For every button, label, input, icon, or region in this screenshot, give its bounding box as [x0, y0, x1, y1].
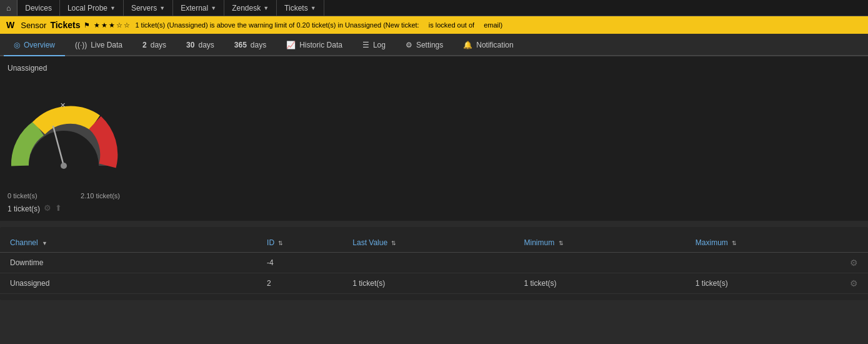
col-header-lastvalue[interactable]: Last Value ⇅ — [342, 233, 514, 253]
data-table: Channel ▼ ID ⇅ Last Value ⇅ Minimum ⇅ Ma… — [0, 233, 868, 294]
col-header-channel[interactable]: Channel ▼ — [0, 233, 257, 253]
nav-label-zendesk: Zendesk — [232, 4, 261, 13]
gauge-svg: ✕ — [7, 75, 120, 191]
table-header-row: Channel ▼ ID ⇅ Last Value ⇅ Minimum ⇅ Ma… — [0, 233, 868, 253]
chevron-down-icon: ▼ — [311, 5, 316, 11]
sort-icon-channel: ▼ — [42, 240, 47, 246]
flag-icon: ⚑ — [84, 21, 90, 29]
col-label-minimum: Minimum — [524, 238, 555, 247]
tab-label-notification: Notification — [476, 41, 513, 49]
gauge-bottom-info: 0 ticket(s) 2.10 ticket(s) — [7, 192, 120, 200]
notification-icon: 🔔 — [463, 41, 472, 49]
cell-lastvalue-1: 1 ticket(s) — [342, 273, 514, 294]
home-icon: ⌂ — [6, 4, 11, 13]
cell-minimum-0 — [514, 253, 686, 273]
nav-label-external: External — [181, 4, 208, 13]
overview-icon: ◎ — [14, 41, 20, 49]
tab-label-historicdata: Historic Data — [299, 41, 342, 49]
gauge-top-label: ✕ — [60, 101, 66, 109]
col-header-maximum[interactable]: Maximum ⇅ — [686, 233, 840, 253]
w-logo: W — [6, 20, 14, 30]
warning-bar: W Sensor Tickets ⚑ ★★★☆☆ 1 ticket(s) (Un… — [0, 16, 868, 34]
tab-365days[interactable]: 365 days — [224, 35, 276, 56]
tab-label-30days: 30 — [186, 41, 194, 49]
sensor-label: Sensor — [21, 21, 46, 30]
gauge-max-label: 2.10 ticket(s) — [81, 192, 120, 200]
gauge-label: Unassigned — [7, 64, 47, 73]
table-section: Channel ▼ ID ⇅ Last Value ⇅ Minimum ⇅ Ma… — [0, 227, 868, 300]
gauge-wrapper: ✕ — [7, 75, 120, 191]
col-header-minimum[interactable]: Minimum ⇅ — [514, 233, 686, 253]
tab-historicdata[interactable]: 📈 Historic Data — [276, 35, 352, 56]
tab-label-overview: Overview — [24, 41, 55, 49]
tab-label-2days: 2 — [142, 41, 147, 49]
gauge-center-dot — [61, 163, 67, 169]
chevron-down-icon: ▼ — [110, 5, 116, 11]
cell-id-1: 2 — [257, 273, 342, 294]
sort-icon-maximum: ⇅ — [732, 240, 737, 246]
nav-label-devices: Devices — [25, 4, 52, 13]
warning-message-2: is locked out of — [429, 21, 474, 29]
cell-id-0: -4 — [257, 253, 342, 273]
nav-item-localprobe[interactable]: Local Probe ▼ — [60, 0, 124, 16]
nav-item-zendesk[interactable]: Zendesk ▼ — [224, 0, 277, 16]
nav-label-localprobe: Local Probe — [67, 4, 107, 13]
warning-message: 1 ticket(s) (Unassigned) is above the wa… — [135, 21, 419, 29]
tab-notification[interactable]: 🔔 Notification — [453, 35, 523, 56]
tab-days-30: days — [198, 41, 214, 49]
historicdata-icon: 📈 — [286, 41, 296, 49]
home-button[interactable]: ⌂ — [0, 0, 17, 16]
sort-icon-minimum: ⇅ — [559, 240, 564, 246]
chevron-down-icon: ▼ — [211, 5, 216, 11]
col-label-lastvalue: Last Value — [352, 238, 387, 247]
gauge-min-label: 0 ticket(s) — [7, 192, 37, 200]
nav-item-servers[interactable]: Servers ▼ — [124, 0, 173, 16]
col-label-maximum: Maximum — [696, 238, 728, 247]
sort-icon-lastvalue: ⇅ — [391, 240, 396, 246]
tab-overview[interactable]: ◎ Overview — [4, 35, 65, 56]
row-gear-icon-0[interactable]: ⚙ — [850, 258, 858, 268]
row-gear-icon-1[interactable]: ⚙ — [850, 278, 858, 288]
cell-channel-1: Unassigned — [0, 273, 257, 294]
nav-item-devices[interactable]: Devices — [17, 0, 60, 16]
sort-icon-id: ⇅ — [278, 240, 283, 246]
tab-30days[interactable]: 30 days — [176, 35, 224, 56]
tab-log[interactable]: ☰ Log — [352, 35, 396, 56]
cell-channel-0: Downtime — [0, 253, 257, 273]
chevron-down-icon: ▼ — [159, 5, 165, 11]
cell-actions-1: ⚙ — [840, 273, 868, 294]
gauge-needle — [53, 126, 64, 166]
chevron-down-icon: ▼ — [263, 5, 269, 11]
table-row: Unassigned 2 1 ticket(s) 1 ticket(s) 1 t… — [0, 273, 868, 294]
cell-maximum-1: 1 ticket(s) — [686, 273, 840, 294]
cell-minimum-1: 1 ticket(s) — [514, 273, 686, 294]
tab-label-365days: 365 — [234, 41, 247, 49]
tab-label-settings: Settings — [416, 41, 443, 49]
nav-label-servers: Servers — [131, 4, 157, 13]
gauge-expand-icon[interactable]: ⬆ — [55, 203, 62, 213]
gauge-section: Unassigned ✕ 0 ticket(s) 2.10 tick — [7, 64, 861, 213]
cell-actions-0: ⚙ — [840, 253, 868, 273]
gauge-current-value: 1 ticket(s) — [7, 205, 40, 213]
tab-settings[interactable]: ⚙ Settings — [396, 35, 453, 56]
gauge-settings-icon[interactable]: ⚙ — [44, 203, 51, 213]
tab-label-log: Log — [373, 41, 386, 49]
tab-days-2: days — [151, 41, 166, 49]
sensor-title: Tickets — [50, 20, 80, 30]
cell-maximum-0 — [686, 253, 840, 273]
settings-icon: ⚙ — [406, 41, 412, 49]
tab-livedata[interactable]: ((·)) Live Data — [65, 35, 132, 56]
nav-label-tickets: Tickets — [284, 4, 308, 13]
col-header-id[interactable]: ID ⇅ — [257, 233, 342, 253]
tab-days-365: days — [251, 41, 266, 49]
warning-message-3: email) — [484, 21, 502, 29]
nav-item-tickets[interactable]: Tickets ▼ — [277, 0, 324, 16]
table-row: Downtime -4 ⚙ — [0, 253, 868, 273]
col-header-actions — [840, 233, 868, 253]
tab-2days[interactable]: 2 days — [132, 35, 176, 56]
col-label-id: ID — [267, 238, 274, 247]
cell-lastvalue-0 — [342, 253, 514, 273]
col-label-channel: Channel — [10, 238, 38, 247]
livedata-icon: ((·)) — [75, 41, 87, 49]
nav-item-external[interactable]: External ▼ — [173, 0, 224, 16]
